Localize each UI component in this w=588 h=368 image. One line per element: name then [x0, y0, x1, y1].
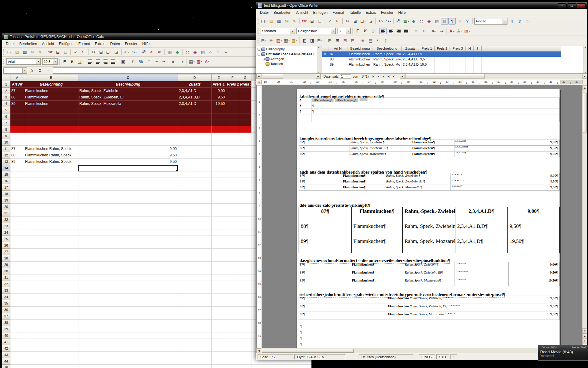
autoformat-table-icon[interactable]: ◈ — [359, 37, 367, 44]
table-cell[interactable]: Rahm, Speck, Mozzarella¶ — [349, 151, 411, 157]
row-header-38[interactable]: 38 — [2, 320, 10, 326]
clone-formatting-icon[interactable]: ◪ — [113, 49, 120, 56]
table-cell[interactable]: 89¶ — [299, 237, 352, 253]
table-cell[interactable]: 9,50¶ — [509, 270, 560, 278]
cell-D11[interactable] — [178, 146, 212, 152]
new-document-icon[interactable]: ▢▾ — [260, 18, 267, 25]
cell-B33[interactable] — [24, 287, 78, 294]
cell-C2[interactable]: Rahm, Speck, Zwiebeln — [78, 88, 178, 94]
insert-row-icon[interactable]: ⊞ — [326, 37, 334, 44]
writer-menu-hilfe[interactable]: Hilfe — [396, 9, 408, 16]
cell-C30[interactable] — [78, 268, 178, 274]
underline-icon[interactable]: U — [76, 58, 84, 65]
cut-icon[interactable]: ✂ — [344, 18, 351, 25]
new-record-icon[interactable]: ▶* — [391, 74, 397, 79]
scroll-right-icon[interactable]: ▶ — [582, 74, 587, 79]
table-cell[interactable] — [509, 103, 560, 109]
cell-C37[interactable] — [78, 313, 178, 320]
vertical-ruler[interactable]: 12345678910111213141516171819 — [257, 85, 262, 348]
table-cell[interactable]: 89¶ — [299, 151, 349, 157]
find-replace-icon[interactable]: ◎ — [418, 18, 425, 25]
scroll-down-icon[interactable]: ▼ — [582, 328, 587, 333]
grid-cell[interactable] — [474, 57, 482, 62]
table-cell[interactable] — [509, 114, 560, 122]
cell-D38[interactable] — [178, 320, 212, 326]
row-header-25[interactable]: 25 — [2, 236, 10, 242]
cell-F13[interactable] — [226, 159, 239, 165]
grid-column-header-art-nr[interactable]: Art Nr — [329, 46, 348, 52]
cell-B6[interactable] — [24, 113, 78, 120]
scrollbar-track[interactable] — [261, 348, 578, 353]
cell-F39[interactable] — [226, 326, 239, 332]
cell-E18[interactable] — [212, 191, 226, 197]
cell-G30[interactable] — [239, 268, 251, 274]
cell-F1[interactable]: Preis 2 — [226, 81, 239, 88]
decrease-indent-icon[interactable]: ⇤ — [170, 58, 178, 65]
undo-icon[interactable]: ↶▾ — [377, 18, 384, 25]
cell-D40[interactable] — [178, 332, 212, 339]
export-pdf-icon[interactable]: PDF — [47, 49, 54, 56]
grid-column-header-i[interactable]: I — [474, 46, 482, 52]
cell-D23[interactable] — [178, 223, 212, 229]
cell-B17[interactable] — [24, 184, 78, 191]
table-cell[interactable]: Flammkuchen¶ — [342, 179, 385, 185]
grid-cell[interactable] — [466, 57, 474, 62]
cell-F12[interactable] — [226, 152, 239, 159]
cell-G15[interactable] — [239, 171, 251, 178]
grid-corner-header[interactable] — [322, 46, 329, 52]
toolbar-grip[interactable] — [3, 59, 4, 64]
grid-cell[interactable]: 9 — [419, 52, 435, 57]
table-cell[interactable]: 9,50¶ — [509, 146, 560, 151]
italic-icon[interactable]: K — [69, 58, 76, 65]
grid-column-header-beschreibung[interactable]: Beschreibung — [372, 46, 402, 52]
cell-C41[interactable] — [78, 339, 178, 345]
cell-G6[interactable] — [239, 113, 251, 120]
selection-handle[interactable] — [176, 170, 178, 171]
row-header-44[interactable]: 44 — [2, 358, 10, 365]
row-header-30[interactable]: 30 — [2, 268, 10, 274]
table-cell[interactable]: 87¶ — [299, 173, 342, 179]
navigator-icon[interactable]: ◈ — [425, 18, 433, 25]
chevron-down-icon[interactable]: ▼ — [503, 19, 507, 24]
cell-E42[interactable] — [212, 345, 226, 352]
cell-G10[interactable] — [239, 139, 251, 146]
row-header-13[interactable]: 13 — [2, 159, 10, 165]
selection-mode-indicator[interactable]: STD — [436, 354, 449, 359]
column-header-F[interactable]: F — [226, 75, 239, 81]
cell-A30[interactable] — [10, 268, 24, 274]
table-cell[interactable]: Flammkuchen Rahm, Speck, Zwiebeln, Ei, 2… — [387, 304, 475, 312]
cell-C33[interactable] — [78, 287, 178, 294]
horizontal-scrollbar[interactable]: ◀ ▶ — [256, 348, 583, 353]
cell-G38[interactable] — [239, 320, 251, 326]
borders-icon[interactable]: ▦▾ — [188, 58, 195, 65]
row-header-26[interactable]: 26 — [2, 242, 10, 249]
cell-G26[interactable] — [239, 242, 251, 249]
writer-menu-bearbeiten[interactable]: Bearbeiten — [271, 9, 294, 16]
cell-E30[interactable] — [212, 268, 226, 274]
grid-cell[interactable]: Rahm, Speck, Zwi — [372, 57, 402, 62]
cell-E21[interactable] — [212, 210, 226, 217]
cell-D25[interactable] — [178, 236, 212, 242]
table-cell[interactable]: 2,3,4,A1,D¶ — [451, 185, 518, 191]
cell-D35[interactable] — [178, 300, 212, 307]
cell-F42[interactable] — [226, 345, 239, 352]
bold-icon[interactable]: F — [354, 28, 361, 34]
cell-A22[interactable] — [10, 217, 24, 223]
cell-B26[interactable] — [24, 242, 78, 249]
find-box-combo[interactable]: Finden▼ — [474, 18, 507, 25]
column-header-E[interactable]: E — [212, 75, 226, 81]
cell-E4[interactable]: 19,50 — [212, 101, 226, 107]
scroll-down-icon[interactable]: ▼ — [318, 71, 320, 73]
grid-cell[interactable]: Flammkuchen — [348, 57, 372, 62]
cell-E22[interactable] — [212, 217, 226, 223]
row-header-36[interactable]: 36 — [2, 307, 10, 313]
cell-B29[interactable] — [24, 262, 78, 268]
cell-G32[interactable] — [239, 281, 251, 287]
cell-E12[interactable] — [212, 152, 226, 159]
scrollbar-thumb[interactable] — [583, 93, 587, 132]
row-header-10[interactable]: 10 — [2, 139, 10, 146]
table-cell[interactable]: Rahm, Speck, Zwiebeln, Ei¶ — [349, 146, 411, 151]
table-cell[interactable]: 88¶ — [299, 146, 349, 151]
cell-C18[interactable] — [78, 191, 178, 197]
cell-F26[interactable] — [226, 242, 239, 249]
